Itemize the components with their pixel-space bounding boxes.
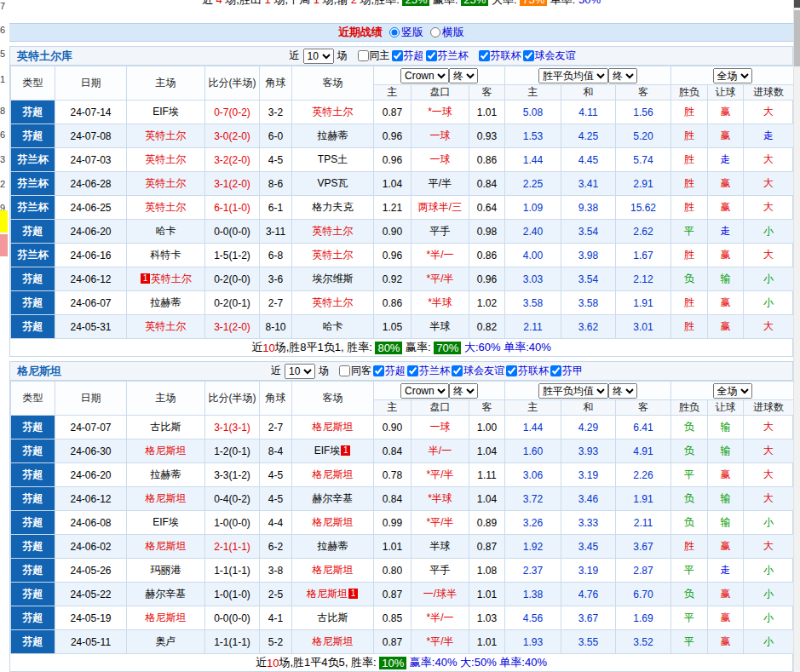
same-venue-filter[interactable]: 同客 — [339, 364, 371, 378]
table-row: 芬超24-06-07拉赫蒂0-2(0-1)2-7英特土尔0.86*半球1.023… — [11, 291, 794, 315]
scrollbar[interactable] — [793, 0, 800, 672]
left-edge-number: 6 — [0, 25, 5, 35]
league-checkbox-0[interactable] — [373, 365, 384, 376]
column-header-3: 比分(半场) — [205, 66, 260, 101]
table-row: 芬超24-05-11奥卢1-1(1-1)5-2格尼斯坦0.87*平/半1.011… — [11, 630, 794, 654]
cell-league-type: 芬超 — [11, 315, 55, 339]
sub-header-4: 和 — [561, 85, 616, 101]
cell-home-team: EIF埃 — [127, 101, 205, 124]
euro-final-select[interactable]: 终 — [608, 383, 637, 399]
cell-1x2-draw: 3.55 — [561, 630, 616, 654]
asian-final-select[interactable]: 终 — [449, 68, 478, 83]
euro-final-select[interactable]: 终 — [608, 68, 637, 83]
red-card-badge: 1 — [348, 589, 358, 599]
cell-ah-home-odds: 0.90 — [374, 416, 412, 439]
cell-corners: 2-7 — [260, 416, 292, 439]
odds-1x2-select[interactable]: 胜平负均值 — [538, 68, 608, 83]
cell-match-result: 胜 — [671, 315, 708, 339]
league-checkbox-1[interactable] — [426, 50, 437, 61]
layout-option-0[interactable]: 竖版 — [389, 25, 423, 40]
cell-handicap-result: 赢 — [708, 244, 744, 267]
league-checkbox-3[interactable] — [523, 50, 534, 61]
cell-1x2-home: 1.92 — [505, 535, 561, 559]
cell-handicap-line: *平/半 — [412, 511, 469, 535]
scrollbar-up-button[interactable] — [794, 0, 800, 8]
same-venue-checkbox[interactable] — [339, 365, 350, 376]
cell-ah-away-odds: 1.02 — [469, 291, 505, 315]
league-filter-2[interactable]: 芬联杯 — [479, 49, 521, 63]
layout-radio-1[interactable] — [430, 27, 440, 37]
recent-count-select[interactable]: 10 — [285, 364, 315, 379]
cell-handicap-line: *半球 — [412, 487, 469, 511]
league-checkbox-3[interactable] — [506, 365, 517, 376]
odds-1x2-select[interactable]: 胜平负均值 — [538, 383, 608, 399]
layout-radio-0[interactable] — [389, 27, 400, 37]
same-venue-checkbox[interactable] — [358, 50, 369, 61]
cell-date: 24-07-08 — [55, 124, 127, 148]
league-checkbox-0[interactable] — [392, 50, 403, 61]
layout-option-1[interactable]: 横版 — [430, 25, 464, 40]
column-header-4: 角球 — [260, 66, 292, 101]
team-name: 格尼斯坦 — [313, 635, 354, 647]
league-filter-4[interactable]: 芬甲 — [550, 364, 583, 378]
recent-unit-label: 场 — [319, 364, 329, 378]
cell-league-type: 芬兰杯 — [11, 244, 55, 267]
cell-score: 3-0(2-0) — [205, 124, 260, 148]
cell-match-result: 胜 — [671, 101, 708, 124]
cell-1x2-draw: 4.45 — [561, 148, 616, 172]
cell-handicap-result: 输 — [708, 511, 744, 535]
cell-home-team: 奥卢 — [127, 630, 205, 654]
cell-league-type: 芬超 — [11, 535, 55, 559]
scope-select[interactable]: 全场 — [713, 68, 752, 83]
cell-1x2-home: 1.53 — [505, 124, 561, 148]
league-filter-3[interactable]: 球会友谊 — [523, 49, 576, 63]
table-row: 芬超24-06-30格尼斯坦1-2(0-1)8-4EIF埃10.84半/一1.0… — [11, 439, 794, 463]
cell-handicap-result: 赢 — [708, 172, 744, 196]
cell-home-team: 英特土尔 — [127, 172, 205, 196]
recent-count-select[interactable]: 10 — [303, 49, 334, 64]
asian-final-select[interactable]: 终 — [449, 383, 478, 399]
table-row: 芬超24-07-08英特土尔3-0(2-0)6-0拉赫蒂0.96一球0.931.… — [11, 124, 794, 148]
cell-score: 1-1(1-1) — [205, 559, 260, 583]
league-checkbox-4[interactable] — [550, 365, 561, 376]
cell-handicap-line: 半/一 — [412, 439, 469, 463]
league-filter-2[interactable]: 球会友谊 — [452, 364, 504, 378]
cell-home-team: 玛丽港 — [127, 559, 205, 583]
cell-1x2-home: 1.60 — [505, 439, 561, 463]
cell-score: 3-2(2-0) — [205, 148, 260, 172]
cell-handicap-line: 平手 — [412, 220, 469, 244]
cell-score: 3-1(2-0) — [205, 315, 260, 339]
cell-1x2-draw: 3.54 — [561, 220, 616, 244]
league-filter-1[interactable]: 芬兰杯 — [407, 364, 450, 378]
league-filter-3[interactable]: 芬联杯 — [506, 364, 549, 378]
cell-ah-home-odds: 0.85 — [374, 606, 412, 630]
cell-corners: 3-11 — [260, 220, 292, 244]
league-filter-0[interactable]: 芬超 — [373, 364, 406, 378]
cell-ah-away-odds: 1.01 — [469, 101, 505, 124]
cell-league-type: 芬超 — [11, 124, 55, 148]
cell-match-result: 胜 — [671, 535, 708, 559]
sub-header-0: 主 — [374, 85, 412, 101]
scope-select[interactable]: 全场 — [713, 383, 752, 399]
league-filter-1[interactable]: 芬兰杯 — [426, 49, 469, 63]
cell-away-team: 格尼斯坦 — [292, 511, 374, 535]
cell-home-team: 英特土尔 — [127, 315, 205, 339]
scrollbar-thumb[interactable] — [794, 10, 800, 66]
cell-match-result: 胜 — [671, 172, 708, 196]
cell-match-result: 胜 — [671, 124, 708, 148]
same-venue-filter[interactable]: 同主 — [358, 49, 390, 63]
league-filter-0[interactable]: 芬超 — [392, 49, 424, 63]
team-name: 格尼斯坦 — [146, 612, 187, 623]
odds-company-select[interactable]: Crown — [400, 383, 449, 399]
sub-header-2: 客 — [469, 85, 505, 101]
league-checkbox-2[interactable] — [452, 365, 463, 376]
cell-1x2-home: 3.06 — [505, 463, 561, 487]
odds-company-select[interactable]: Crown — [400, 68, 449, 83]
league-checkbox-1[interactable] — [407, 365, 418, 376]
team-name: 拉赫蒂 — [318, 540, 348, 552]
top-stats-text: 近 4 场,胜出 1 场,平局 1 场,输 2 场,胜率: 25% 赢率: 25… — [9, 0, 793, 8]
cell-overunder-result: 小 — [744, 291, 794, 315]
league-checkbox-2[interactable] — [479, 50, 490, 61]
column-header-4: 角球 — [260, 382, 292, 416]
column-header-1: 日期 — [55, 382, 127, 416]
